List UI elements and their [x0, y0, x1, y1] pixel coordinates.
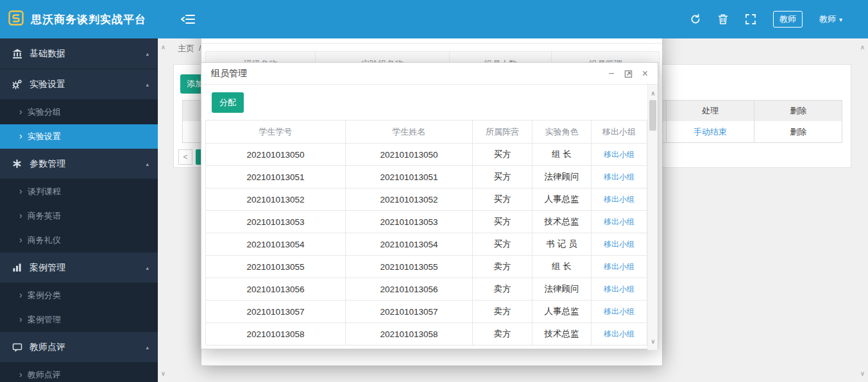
maximize-icon[interactable] — [624, 70, 633, 78]
member-row: 202101013051 202101013051 买方 法律顾问 移出小组 — [206, 166, 647, 188]
role-label: 人事总监 — [532, 188, 591, 211]
asterisk-icon — [12, 158, 22, 169]
chevron-right-icon: › — [19, 131, 22, 140]
manual-end-link[interactable]: 手动结束 — [694, 126, 727, 138]
sidebar-item-teacher-review[interactable]: 教师点评 ▴ — [0, 332, 158, 363]
sidebar-item-case-management[interactable]: 案例管理 ▴ — [0, 253, 158, 283]
camp-label: 买方 — [473, 211, 532, 233]
close-icon[interactable]: × — [642, 69, 648, 79]
sidebar-item-experiment-grouping[interactable]: › 实验分组 — [0, 100, 158, 124]
remove-from-group-link[interactable]: 移出小组 — [604, 172, 634, 181]
column-header-student-id: 学生学号 — [206, 120, 346, 144]
camp-label: 买方 — [473, 188, 532, 211]
student-name: 202101013054 — [346, 233, 473, 256]
refresh-icon[interactable] — [690, 13, 701, 25]
pagination-prev-button[interactable]: < — [178, 149, 192, 165]
camp-label: 卖方 — [473, 301, 532, 323]
chevron-right-icon: › — [19, 315, 22, 324]
fullscreen-icon[interactable] — [745, 13, 756, 25]
assign-button[interactable]: 分配 — [212, 92, 244, 113]
student-name: 202101013051 — [346, 166, 473, 188]
role-label: 技术总监 — [532, 211, 591, 233]
sidebar-subitem-label: 实验分组 — [28, 106, 61, 118]
student-id: 202101013056 — [206, 278, 346, 301]
chevron-right-icon: › — [19, 290, 22, 299]
chevron-right-icon: › — [19, 187, 22, 195]
delete-link[interactable]: 删除 — [790, 126, 806, 138]
sidebar-item-parameter-management[interactable]: 参数管理 ▴ — [0, 149, 158, 179]
student-id: 202101013054 — [206, 233, 346, 256]
sidebar-item-case-category[interactable]: › 案例分类 — [0, 283, 158, 308]
student-id: 202101013050 — [206, 144, 346, 166]
remove-from-group-link[interactable]: 移出小组 — [604, 285, 634, 294]
student-name: 202101013053 — [346, 211, 473, 233]
sidebar-item-experiment-setup[interactable]: › 实验设置 — [0, 124, 158, 149]
dialog-scrollbar[interactable]: ∧ ∨ — [647, 85, 658, 350]
sidebar-item-case-admin[interactable]: › 案例管理 — [0, 308, 158, 332]
remove-from-group-link[interactable]: 移出小组 — [604, 195, 634, 204]
member-row: 202101013053 202101013053 买方 技术总监 移出小组 — [206, 211, 647, 233]
caret-down-icon: ▾ — [839, 16, 842, 23]
column-header-remove: 移出小组 — [591, 120, 647, 144]
sidebar-subitem-label: 案例分类 — [28, 290, 61, 301]
trash-icon[interactable] — [718, 13, 728, 25]
sidebar-subitem-label: 实验设置 — [28, 131, 61, 142]
breadcrumb-home[interactable]: 主页 — [178, 43, 194, 54]
member-row: 202101013057 202101013057 卖方 人事总监 移出小组 — [206, 301, 647, 323]
role-label: 人事总监 — [532, 301, 591, 323]
scroll-down-icon[interactable]: ∨ — [648, 338, 658, 345]
chevron-right-icon: › — [19, 235, 22, 244]
minimize-icon[interactable]: − — [608, 69, 614, 79]
window-scrollbar[interactable]: ∧ ∨ — [857, 38, 868, 382]
student-id: 202101013051 — [206, 166, 346, 188]
scroll-up-icon[interactable]: ∧ — [648, 90, 658, 97]
sidebar-item-experiment-settings[interactable]: 实验设置 ▴ — [0, 69, 158, 100]
column-header-role: 实验角色 — [532, 120, 591, 144]
role-badge[interactable]: 教师 — [773, 11, 803, 28]
student-name: 202101013055 — [346, 256, 473, 278]
sidebar-subitem-label: 案例管理 — [28, 314, 61, 326]
member-table-header-row: 学生学号 学生姓名 所属阵营 实验角色 移出小组 — [206, 120, 647, 144]
camp-label: 卖方 — [473, 323, 532, 345]
sidebar-subitem-label: 教师点评 — [28, 369, 61, 381]
remove-from-group-link[interactable]: 移出小组 — [604, 329, 634, 338]
scroll-up-icon[interactable]: ∧ — [158, 44, 169, 51]
user-menu[interactable]: 教师 ▾ — [819, 13, 842, 25]
cogs-icon — [12, 79, 22, 90]
member-management-dialog: 组员管理 − × 分配 学生学号 学生姓名 — [201, 62, 658, 349]
column-header-camp: 所属阵营 — [473, 120, 532, 144]
topbar-actions: 教师 教师 ▾ — [690, 0, 842, 38]
member-row: 202101013054 202101013054 买方 书 记 员 移出小组 — [206, 233, 647, 256]
sidebar-item-negotiation-course[interactable]: › 谈判课程 — [0, 179, 158, 204]
scroll-down-icon[interactable]: ∨ — [857, 370, 868, 377]
remove-from-group-link[interactable]: 移出小组 — [604, 217, 634, 226]
scroll-down-icon[interactable]: ∨ — [158, 370, 169, 377]
brand: 思沃商务谈判实战平台 — [8, 0, 146, 38]
scroll-up-icon[interactable]: ∧ — [857, 44, 868, 51]
sidebar-item-label: 教师点评 — [30, 342, 65, 353]
remove-from-group-link[interactable]: 移出小组 — [604, 307, 634, 316]
student-id: 202101013052 — [206, 188, 346, 211]
student-name: 202101013057 — [346, 301, 473, 323]
camp-label: 买方 — [473, 233, 532, 256]
sidebar-subitem-label: 商务礼仪 — [28, 235, 61, 246]
sidebar-item-business-english[interactable]: › 商务英语 — [0, 204, 158, 228]
sidebar-item-teacher-review-sub[interactable]: › 教师点评 — [0, 363, 158, 382]
camp-label: 卖方 — [473, 256, 532, 278]
remove-from-group-link[interactable]: 移出小组 — [604, 240, 634, 249]
sidebar-item-basic-data[interactable]: 基础数据 ▴ — [0, 38, 158, 69]
sidebar-toggle-icon[interactable] — [181, 14, 195, 27]
scrollbar-thumb[interactable] — [649, 100, 656, 131]
sidebar-item-business-etiquette[interactable]: › 商务礼仪 — [0, 228, 158, 253]
remove-from-group-link[interactable]: 移出小组 — [604, 262, 634, 271]
user-name: 教师 — [819, 13, 836, 25]
student-id: 202101013055 — [206, 256, 346, 278]
sidebar-subitem-label: 商务英语 — [28, 210, 61, 222]
chevron-right-icon: › — [19, 370, 22, 379]
member-row: 202101013058 202101013058 卖方 技术总监 移出小组 — [206, 323, 647, 345]
remove-from-group-link[interactable]: 移出小组 — [604, 150, 634, 159]
sidebar-scrollbar[interactable]: ∧ ∨ — [158, 38, 169, 382]
camp-label: 买方 — [473, 144, 532, 166]
sidebar-item-label: 基础数据 — [30, 48, 65, 60]
student-id: 202101013053 — [206, 211, 346, 233]
